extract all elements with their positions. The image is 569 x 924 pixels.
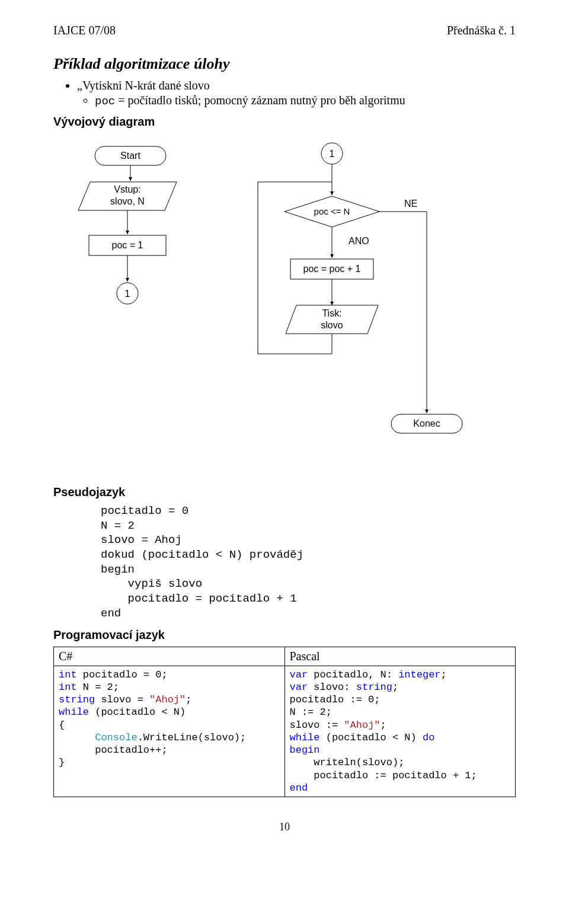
flow-ne: NE	[404, 199, 417, 209]
section-title: Příklad algoritmizace úlohy	[53, 55, 516, 73]
flow-start: Start	[120, 151, 140, 161]
poc-rest: = počítadlo tisků; pomocný záznam nutný …	[115, 94, 405, 107]
flowchart-heading: Vývojový diagram	[53, 115, 516, 129]
code-table: C# Pascal int pocitadlo = 0; int N = 2; …	[53, 647, 516, 798]
example-list: „Vytiskni N-krát dané slovo poc = počíta…	[77, 79, 516, 108]
pseudo-heading: Pseudojazyk	[53, 485, 516, 499]
prog-heading: Programovací jazyk	[53, 628, 516, 642]
pascal-cell: var pocitadlo, N: integer; var slovo: st…	[284, 666, 516, 797]
table-row: int pocitadlo = 0; int N = 2; string slo…	[54, 666, 516, 797]
page-header: IAJCE 07/08 Přednáška č. 1	[53, 24, 516, 37]
table-row: C# Pascal	[54, 647, 516, 666]
table-head-csharp: C#	[54, 647, 285, 666]
table-head-pascal: Pascal	[284, 647, 516, 666]
flow-cond: poc <= N	[314, 206, 350, 216]
page: IAJCE 07/08 Přednáška č. 1 Příklad algor…	[0, 0, 569, 857]
flow-vstup2: slovo, N	[110, 196, 145, 206]
poc-line: poc = počítadlo tisků; pomocný záznam nu…	[95, 94, 516, 108]
example-text: „Vytiskni N-krát dané slovo	[77, 79, 210, 92]
flow-conn-right: 1	[330, 149, 335, 159]
flow-conn-left: 1	[125, 289, 130, 299]
flow-pocinit: poc = 1	[112, 240, 143, 250]
flow-tisk1: Tisk:	[322, 308, 341, 318]
flow-inc: poc = poc + 1	[303, 264, 361, 274]
page-number: 10	[53, 821, 516, 833]
example-item: „Vytiskni N-krát dané slovo poc = počíta…	[77, 79, 516, 108]
flowchart-svg: Start Vstup: slovo, N poc = 1 1 1	[53, 140, 516, 478]
example-sub: poc = počítadlo tisků; pomocný záznam nu…	[95, 94, 516, 108]
flow-tisk2: slovo	[321, 320, 343, 330]
csharp-cell: int pocitadlo = 0; int N = 2; string slo…	[54, 666, 285, 797]
flow-vstup1: Vstup:	[114, 184, 140, 194]
poc-var: poc	[95, 95, 115, 108]
pseudo-code: pocitadlo = 0 N = 2 slovo = Ahoj dokud (…	[101, 504, 516, 621]
flowchart: Start Vstup: slovo, N poc = 1 1 1	[53, 140, 516, 478]
csharp-code: int pocitadlo = 0; int N = 2; string slo…	[59, 669, 280, 769]
header-left: IAJCE 07/08	[53, 24, 116, 37]
flow-ano: ANO	[349, 236, 369, 246]
flow-konec: Konec	[413, 418, 440, 429]
header-right: Přednáška č. 1	[447, 24, 516, 37]
pascal-code: var pocitadlo, N: integer; var slovo: st…	[290, 669, 511, 795]
